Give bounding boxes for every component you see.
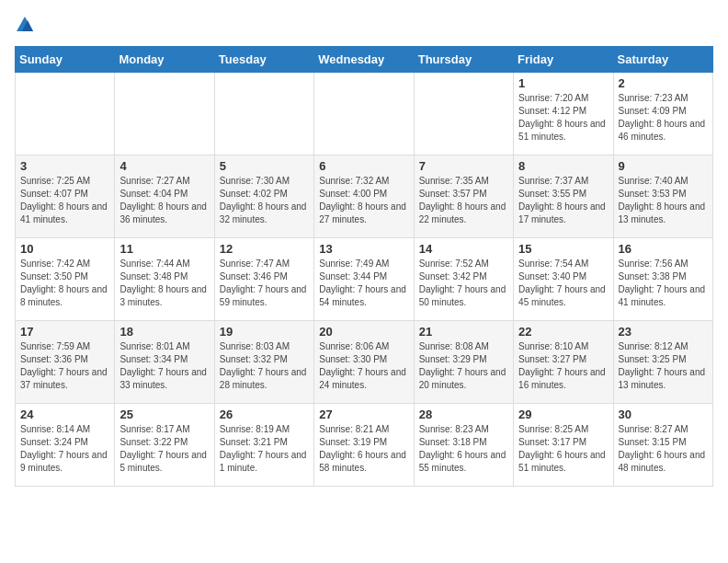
day-number: 19 (220, 325, 309, 339)
calendar-cell: 13Sunrise: 7:49 AM Sunset: 3:44 PM Dayli… (314, 238, 414, 321)
day-number: 14 (419, 242, 508, 256)
page-header (15, 15, 713, 35)
day-info: Sunrise: 7:52 AM Sunset: 3:42 PM Dayligh… (419, 258, 508, 309)
day-info: Sunrise: 8:14 AM Sunset: 3:24 PM Dayligh… (20, 423, 109, 475)
calendar-cell (414, 73, 513, 155)
day-number: 28 (419, 408, 508, 421)
calendar-cell: 7Sunrise: 7:35 AM Sunset: 3:57 PM Daylig… (414, 155, 513, 238)
day-info: Sunrise: 8:21 AM Sunset: 3:19 PM Dayligh… (319, 423, 408, 475)
day-info: Sunrise: 8:19 AM Sunset: 3:21 PM Dayligh… (220, 423, 309, 475)
day-info: Sunrise: 7:35 AM Sunset: 3:57 PM Dayligh… (419, 175, 508, 226)
day-info: Sunrise: 7:20 AM Sunset: 4:12 PM Dayligh… (518, 92, 608, 144)
calendar-cell: 5Sunrise: 7:30 AM Sunset: 4:02 PM Daylig… (214, 155, 313, 238)
day-number: 30 (619, 408, 708, 421)
day-number: 16 (619, 242, 708, 256)
week-row-5: 24Sunrise: 8:14 AM Sunset: 3:24 PM Dayli… (16, 404, 713, 487)
calendar-cell: 20Sunrise: 8:06 AM Sunset: 3:30 PM Dayli… (314, 321, 414, 404)
calendar-cell (16, 73, 115, 155)
day-info: Sunrise: 8:27 AM Sunset: 3:15 PM Dayligh… (619, 423, 708, 475)
calendar-cell: 17Sunrise: 7:59 AM Sunset: 3:36 PM Dayli… (16, 321, 115, 404)
calendar-cell: 26Sunrise: 8:19 AM Sunset: 3:21 PM Dayli… (214, 404, 313, 487)
day-number: 26 (220, 408, 309, 421)
day-number: 5 (220, 159, 309, 173)
calendar-cell: 10Sunrise: 7:42 AM Sunset: 3:50 PM Dayli… (16, 238, 115, 321)
calendar-cell: 24Sunrise: 8:14 AM Sunset: 3:24 PM Dayli… (16, 404, 115, 487)
calendar-cell: 28Sunrise: 8:23 AM Sunset: 3:18 PM Dayli… (414, 404, 513, 487)
calendar-cell (214, 73, 313, 155)
day-number: 23 (619, 325, 708, 339)
day-number: 6 (319, 159, 408, 173)
calendar-cell: 3Sunrise: 7:25 AM Sunset: 4:07 PM Daylig… (16, 155, 115, 238)
day-info: Sunrise: 7:49 AM Sunset: 3:44 PM Dayligh… (319, 258, 408, 309)
day-number: 25 (119, 408, 209, 421)
day-number: 18 (119, 325, 209, 339)
day-info: Sunrise: 7:32 AM Sunset: 4:00 PM Dayligh… (319, 175, 408, 226)
day-info: Sunrise: 7:59 AM Sunset: 3:36 PM Dayligh… (20, 340, 109, 392)
day-number: 24 (20, 408, 109, 421)
day-headers-row: SundayMondayTuesdayWednesdayThursdayFrid… (16, 47, 713, 73)
calendar-cell: 9Sunrise: 7:40 AM Sunset: 3:53 PM Daylig… (613, 155, 712, 238)
calendar-cell: 27Sunrise: 8:21 AM Sunset: 3:19 PM Dayli… (314, 404, 414, 487)
day-info: Sunrise: 8:12 AM Sunset: 3:25 PM Dayligh… (619, 340, 708, 392)
calendar-cell: 21Sunrise: 8:08 AM Sunset: 3:29 PM Dayli… (414, 321, 513, 404)
week-row-3: 10Sunrise: 7:42 AM Sunset: 3:50 PM Dayli… (16, 238, 713, 321)
calendar-table: SundayMondayTuesdayWednesdayThursdayFrid… (15, 46, 713, 487)
day-number: 15 (518, 242, 608, 256)
day-number: 1 (518, 76, 608, 90)
day-number: 22 (518, 325, 608, 339)
week-row-4: 17Sunrise: 7:59 AM Sunset: 3:36 PM Dayli… (16, 321, 713, 404)
calendar-cell: 18Sunrise: 8:01 AM Sunset: 3:34 PM Dayli… (115, 321, 214, 404)
logo-icon (15, 15, 35, 35)
day-info: Sunrise: 8:06 AM Sunset: 3:30 PM Dayligh… (319, 340, 408, 392)
day-info: Sunrise: 7:27 AM Sunset: 4:04 PM Dayligh… (119, 175, 209, 226)
day-number: 27 (319, 408, 408, 421)
day-info: Sunrise: 7:37 AM Sunset: 3:55 PM Dayligh… (518, 175, 608, 226)
calendar-cell: 11Sunrise: 7:44 AM Sunset: 3:48 PM Dayli… (115, 238, 214, 321)
calendar-cell (115, 73, 214, 155)
day-info: Sunrise: 8:08 AM Sunset: 3:29 PM Dayligh… (419, 340, 508, 392)
calendar-cell: 14Sunrise: 7:52 AM Sunset: 3:42 PM Dayli… (414, 238, 513, 321)
day-number: 9 (619, 159, 708, 173)
calendar-cell: 16Sunrise: 7:56 AM Sunset: 3:38 PM Dayli… (613, 238, 712, 321)
calendar-cell: 15Sunrise: 7:54 AM Sunset: 3:40 PM Dayli… (514, 238, 613, 321)
day-number: 17 (20, 325, 109, 339)
day-number: 10 (20, 242, 109, 256)
calendar-cell: 2Sunrise: 7:23 AM Sunset: 4:09 PM Daylig… (613, 73, 712, 155)
day-info: Sunrise: 8:23 AM Sunset: 3:18 PM Dayligh… (419, 423, 508, 475)
day-number: 20 (319, 325, 408, 339)
week-row-2: 3Sunrise: 7:25 AM Sunset: 4:07 PM Daylig… (16, 155, 713, 238)
calendar-cell (314, 73, 414, 155)
calendar-cell: 8Sunrise: 7:37 AM Sunset: 3:55 PM Daylig… (514, 155, 613, 238)
calendar-cell: 23Sunrise: 8:12 AM Sunset: 3:25 PM Dayli… (613, 321, 712, 404)
day-info: Sunrise: 7:42 AM Sunset: 3:50 PM Dayligh… (20, 258, 109, 309)
day-info: Sunrise: 7:47 AM Sunset: 3:46 PM Dayligh… (220, 258, 309, 309)
day-header-wednesday: Wednesday (314, 47, 414, 73)
day-info: Sunrise: 8:03 AM Sunset: 3:32 PM Dayligh… (220, 340, 309, 392)
day-info: Sunrise: 7:54 AM Sunset: 3:40 PM Dayligh… (518, 258, 608, 309)
day-info: Sunrise: 7:40 AM Sunset: 3:53 PM Dayligh… (619, 175, 708, 226)
calendar-cell: 19Sunrise: 8:03 AM Sunset: 3:32 PM Dayli… (214, 321, 313, 404)
week-row-1: 1Sunrise: 7:20 AM Sunset: 4:12 PM Daylig… (16, 73, 713, 155)
day-info: Sunrise: 8:10 AM Sunset: 3:27 PM Dayligh… (518, 340, 608, 392)
day-info: Sunrise: 8:01 AM Sunset: 3:34 PM Dayligh… (119, 340, 209, 392)
calendar-cell: 12Sunrise: 7:47 AM Sunset: 3:46 PM Dayli… (214, 238, 313, 321)
calendar-cell: 6Sunrise: 7:32 AM Sunset: 4:00 PM Daylig… (314, 155, 414, 238)
day-number: 29 (518, 408, 608, 421)
day-info: Sunrise: 8:17 AM Sunset: 3:22 PM Dayligh… (119, 423, 209, 475)
day-header-thursday: Thursday (414, 47, 513, 73)
day-number: 3 (20, 159, 109, 173)
day-info: Sunrise: 7:23 AM Sunset: 4:09 PM Dayligh… (619, 92, 708, 144)
day-info: Sunrise: 7:30 AM Sunset: 4:02 PM Dayligh… (220, 175, 309, 226)
calendar-cell: 29Sunrise: 8:25 AM Sunset: 3:17 PM Dayli… (514, 404, 613, 487)
day-number: 4 (119, 159, 209, 173)
logo (15, 15, 39, 35)
calendar-cell: 25Sunrise: 8:17 AM Sunset: 3:22 PM Dayli… (115, 404, 214, 487)
day-info: Sunrise: 7:44 AM Sunset: 3:48 PM Dayligh… (119, 258, 209, 309)
day-number: 11 (119, 242, 209, 256)
day-info: Sunrise: 8:25 AM Sunset: 3:17 PM Dayligh… (518, 423, 608, 475)
day-header-tuesday: Tuesday (214, 47, 313, 73)
day-number: 8 (518, 159, 608, 173)
day-number: 2 (619, 76, 708, 90)
day-number: 12 (220, 242, 309, 256)
day-number: 7 (419, 159, 508, 173)
